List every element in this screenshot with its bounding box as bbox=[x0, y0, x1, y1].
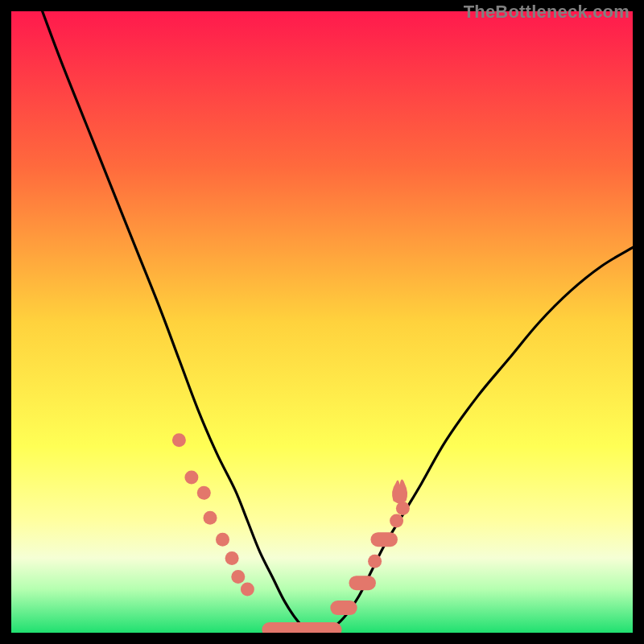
chart-frame bbox=[11, 11, 633, 633]
marker-pill bbox=[371, 532, 398, 547]
marker-dot bbox=[231, 570, 245, 584]
bottleneck-chart bbox=[11, 11, 633, 633]
marker-pill bbox=[330, 601, 357, 615]
marker-dot bbox=[241, 583, 254, 597]
marker-dot bbox=[390, 514, 403, 528]
marker-dot bbox=[184, 471, 198, 485]
marker-dot bbox=[172, 433, 186, 447]
marker-pill bbox=[349, 576, 376, 590]
marker-dot bbox=[197, 486, 211, 500]
marker-dot bbox=[216, 533, 229, 547]
marker-dot bbox=[396, 502, 410, 515]
marker-pill bbox=[262, 622, 341, 633]
marker-dot bbox=[204, 511, 217, 525]
marker-dot bbox=[368, 555, 382, 568]
marker-dot bbox=[225, 551, 239, 565]
watermark-text: TheBottleneck.com bbox=[464, 2, 630, 23]
